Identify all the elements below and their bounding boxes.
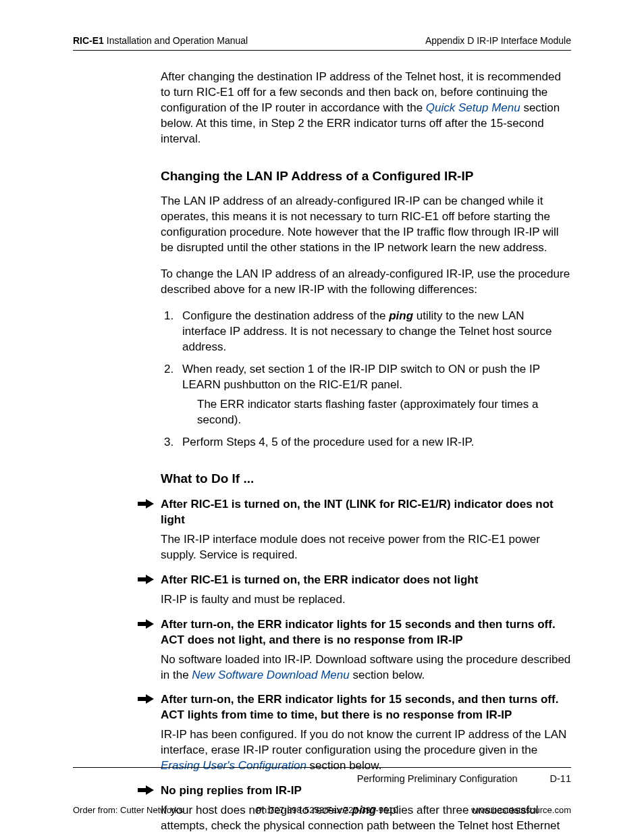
troubleshoot-title: After turn-on, the ERR indicator lights …	[161, 617, 571, 648]
product-name: RIC-E1	[73, 35, 104, 46]
arrow-icon	[138, 694, 154, 704]
troubleshoot-body: IR-IP is faulty and must be replaced.	[161, 592, 571, 608]
procedure-step-3: Perform Steps 4, 5 of the procedure used…	[177, 435, 571, 450]
header-left: RIC-E1 Installation and Operation Manual	[73, 35, 248, 46]
footer-phone: Ph:727-398-5252/Fax:727-397-9610	[256, 805, 398, 815]
footer-url: www.bestdatasource.com	[471, 805, 571, 815]
procedure-step-1: Configure the destination address of the…	[177, 309, 571, 355]
troubleshoot-item: After RIC-E1 is turned on, the ERR indic…	[161, 573, 571, 608]
arrow-icon	[138, 619, 154, 629]
troubleshoot-item: After turn-on, the ERR indicator lights …	[161, 617, 571, 683]
troubleshoot-body: No software loaded into IR-IP. Download …	[161, 652, 571, 683]
step1-em: ping	[389, 309, 413, 322]
header-right: Appendix D IR-IP Interface Module	[425, 35, 571, 46]
step2-text: When ready, set section 1 of the IR-IP D…	[182, 363, 540, 391]
arrow-icon	[138, 575, 154, 584]
svg-marker-0	[138, 499, 154, 509]
troubleshoot-title: After turn-on, the ERR indicator lights …	[161, 692, 571, 723]
section-heading-lan-ip: Changing the LAN IP Address of a Configu…	[161, 167, 571, 185]
body-b: section below.	[350, 669, 425, 681]
step1-a: Configure the destination address of the	[182, 309, 389, 322]
page-header: RIC-E1 Installation and Operation Manual…	[73, 35, 571, 51]
svg-marker-3	[138, 694, 154, 704]
manual-title: Installation and Operation Manual	[104, 35, 248, 46]
footer-order: Order from: Cutter Networks	[73, 805, 183, 815]
troubleshoot-item: After turn-on, the ERR indicator lights …	[161, 692, 571, 774]
section-heading-what-to-do: What to Do If ...	[161, 470, 571, 488]
footer-page-number: D-11	[550, 773, 571, 784]
body-a: IR-IP has been configured. If you do not…	[161, 728, 566, 756]
step3-text: Perform Steps 4, 5 of the procedure used…	[182, 436, 474, 448]
page: RIC-E1 Installation and Operation Manual…	[0, 0, 644, 834]
svg-marker-4	[138, 785, 154, 795]
main-content: After changing the destination IP addres…	[161, 70, 571, 834]
svg-marker-1	[138, 575, 154, 584]
footer-section-name: Performing Preliminary Configuration	[357, 773, 518, 784]
section1-p2: To change the LAN IP address of an alrea…	[161, 267, 571, 298]
procedure-step-2: When ready, set section 1 of the IR-IP D…	[177, 362, 571, 428]
step2-sub: The ERR indicator starts flashing faster…	[197, 397, 571, 428]
troubleshoot-item: After RIC-E1 is turned on, the INT (LINK…	[161, 497, 571, 563]
section1-p1: The LAN IP address of an already-configu…	[161, 194, 571, 256]
svg-marker-2	[138, 619, 154, 629]
new-software-download-link[interactable]: New Software Download Menu	[192, 669, 349, 681]
troubleshoot-title: No ping replies from IR-IP	[161, 783, 571, 799]
footer-bottom: Order from: Cutter Networks Ph:727-398-5…	[73, 805, 571, 815]
quick-setup-menu-link[interactable]: Quick Setup Menu	[426, 101, 520, 114]
arrow-icon	[138, 499, 154, 509]
troubleshoot-body: The IR-IP interface module does not rece…	[161, 532, 571, 563]
procedure-list: Configure the destination address of the…	[161, 309, 571, 450]
troubleshoot-title: After RIC-E1 is turned on, the INT (LINK…	[161, 497, 571, 528]
intro-paragraph: After changing the destination IP addres…	[161, 70, 571, 147]
arrow-icon	[138, 785, 154, 795]
footer-top: Performing Preliminary Configuration D-1…	[73, 767, 571, 784]
troubleshoot-title: After RIC-E1 is turned on, the ERR indic…	[161, 573, 571, 588]
